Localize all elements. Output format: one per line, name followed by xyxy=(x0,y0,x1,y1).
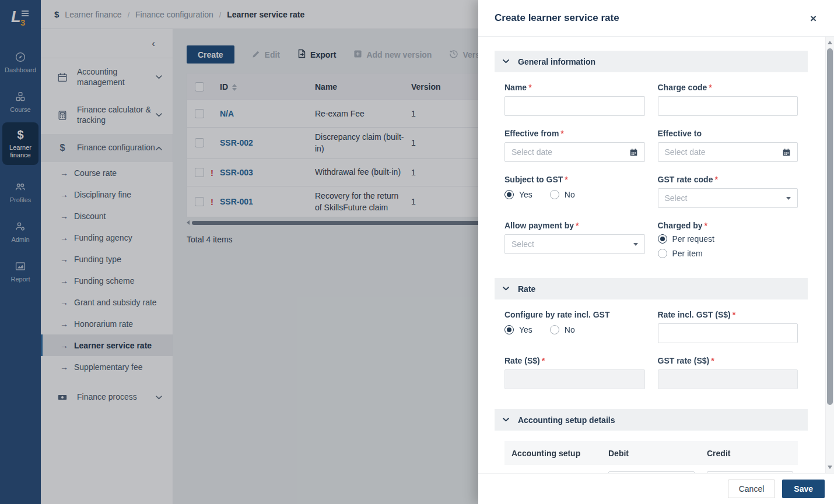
cancel-button[interactable]: Cancel xyxy=(728,480,776,498)
required-mark: * xyxy=(714,175,717,184)
field-effective-to: Effective to Select date xyxy=(658,129,798,162)
create-learner-service-rate-drawer: Create learner service rate × General in… xyxy=(478,0,834,504)
field-label: Charged by xyxy=(658,221,703,230)
field-configure-by-rate: Configure by rate incl. GST Yes No xyxy=(504,310,645,343)
scroll-up-icon[interactable] xyxy=(828,41,832,44)
charged-by-per-item-radio[interactable]: Per item xyxy=(658,249,798,258)
field-label: Charge code xyxy=(658,83,707,92)
placeholder-text: Select date xyxy=(665,147,783,157)
section-rate[interactable]: Rate xyxy=(495,278,808,299)
charged-by-per-request-radio[interactable]: Per request xyxy=(658,234,798,244)
name-input[interactable] xyxy=(504,96,645,116)
drawer-title: Create learner service rate xyxy=(495,12,810,24)
required-mark: * xyxy=(705,221,707,230)
radio-label: Yes xyxy=(519,325,532,334)
field-label: Effective to xyxy=(658,129,702,138)
scrollbar-thumb[interactable] xyxy=(827,48,833,405)
field-label: Rate (S$) xyxy=(504,356,540,365)
subject-gst-yes-radio[interactable]: Yes xyxy=(504,190,532,199)
scroll-down-icon[interactable] xyxy=(828,466,832,469)
field-effective-from: Effective from* Select date xyxy=(504,129,645,162)
section-accounting-setup-details[interactable]: Accounting setup details xyxy=(495,409,808,431)
rate-fields: Configure by rate incl. GST Yes No Rate … xyxy=(495,310,808,389)
radio-selected-icon xyxy=(504,325,514,334)
subject-gst-no-radio[interactable]: No xyxy=(550,190,575,199)
radio-label: Per item xyxy=(672,249,703,258)
chevron-down-icon xyxy=(503,59,509,64)
field-label: Name xyxy=(504,83,527,92)
required-mark: * xyxy=(576,221,579,230)
radio-icon xyxy=(550,190,559,199)
general-fields: Name* Charge code* Effective from* Selec… xyxy=(495,83,808,258)
field-rate-incl-gst: Rate incl. GST (S$)* xyxy=(658,310,798,343)
required-mark: * xyxy=(542,356,545,365)
rate-input xyxy=(504,369,645,389)
allow-payment-by-select[interactable]: Select xyxy=(504,234,645,254)
caret-down-icon xyxy=(633,243,638,246)
section-title: Rate xyxy=(518,284,535,294)
save-button[interactable]: Save xyxy=(782,480,825,498)
radio-selected-icon xyxy=(504,190,514,199)
drawer-header: Create learner service rate × xyxy=(478,0,834,37)
column-header-debit: Debit xyxy=(601,449,700,458)
radio-label: Per request xyxy=(672,234,714,244)
section-title: General information xyxy=(518,57,595,66)
calendar-icon xyxy=(782,148,791,157)
field-subject-to-gst: Subject to GST* Yes No xyxy=(504,175,645,208)
placeholder-text: Select xyxy=(511,239,633,249)
drawer-footer: Cancel Save xyxy=(478,473,834,504)
placeholder-text: Select date xyxy=(511,147,629,157)
field-label: Rate incl. GST (S$) xyxy=(658,310,731,319)
radio-label: No xyxy=(565,190,575,199)
column-header-credit: Credit xyxy=(700,449,798,458)
charge-code-input[interactable] xyxy=(658,96,798,116)
field-label: GST rate (S$) xyxy=(658,356,710,365)
effective-from-datepicker[interactable]: Select date xyxy=(504,142,645,162)
field-label: Subject to GST xyxy=(504,175,563,184)
radio-label: No xyxy=(565,325,575,334)
calendar-icon xyxy=(629,148,638,157)
effective-to-datepicker[interactable]: Select date xyxy=(658,142,798,162)
required-mark: * xyxy=(711,356,714,365)
accounting-table-header: Accounting setup Debit Credit xyxy=(504,441,798,465)
field-label: GST rate code xyxy=(658,175,713,184)
section-general-information[interactable]: General information xyxy=(495,51,808,72)
configure-yes-radio[interactable]: Yes xyxy=(504,325,532,334)
chevron-down-icon xyxy=(503,418,509,422)
field-label: Allow payment by xyxy=(504,221,574,230)
field-label: Configure by rate incl. GST xyxy=(504,310,609,319)
caret-down-icon xyxy=(786,197,791,200)
drawer-scrollbar[interactable] xyxy=(825,37,834,473)
field-allow-payment-by: Allow payment by* Select xyxy=(504,221,645,258)
field-gst-rate: GST rate (S$)* xyxy=(658,356,798,389)
required-mark: * xyxy=(560,129,563,138)
column-header-accounting-setup: Accounting setup xyxy=(504,449,601,458)
field-name: Name* xyxy=(504,83,645,116)
field-label: Effective from xyxy=(504,129,559,138)
radio-icon xyxy=(550,325,559,334)
required-mark: * xyxy=(733,310,735,319)
accounting-setup-table: Accounting setup Debit Credit xyxy=(504,441,798,473)
gst-rate-input xyxy=(658,369,798,389)
field-rate: Rate (S$)* xyxy=(504,356,645,389)
rate-incl-gst-input[interactable] xyxy=(658,323,798,343)
radio-label: Yes xyxy=(519,190,532,199)
field-gst-rate-code: GST rate code* Select xyxy=(658,175,798,208)
configure-no-radio[interactable]: No xyxy=(550,325,575,334)
close-icon[interactable]: × xyxy=(810,13,817,24)
radio-selected-icon xyxy=(658,234,667,244)
chevron-down-icon xyxy=(503,287,509,291)
placeholder-text: Select xyxy=(665,193,787,203)
required-mark: * xyxy=(528,83,531,92)
gst-rate-code-select[interactable]: Select xyxy=(658,188,798,208)
required-mark: * xyxy=(709,83,712,92)
field-charge-code: Charge code* xyxy=(658,83,798,116)
required-mark: * xyxy=(565,175,567,184)
radio-icon xyxy=(658,249,667,258)
drawer-body: General information Name* Charge code* E… xyxy=(478,37,834,473)
field-charged-by: Charged by* Per request Per item xyxy=(658,221,798,258)
section-title: Accounting setup details xyxy=(518,415,615,425)
